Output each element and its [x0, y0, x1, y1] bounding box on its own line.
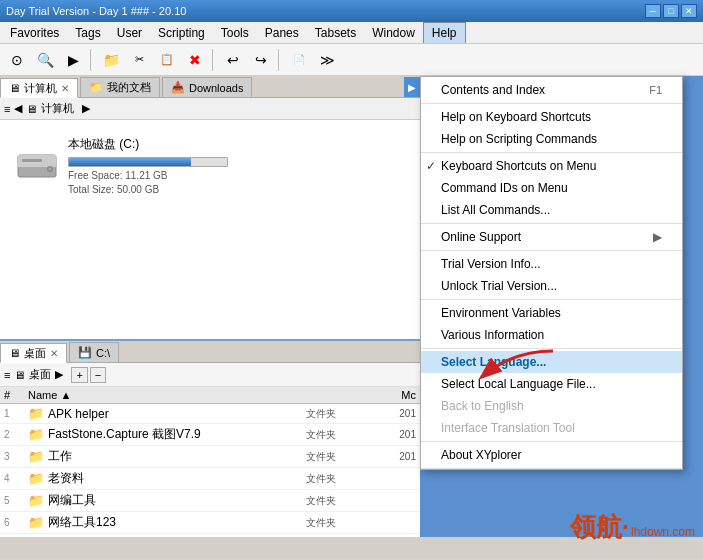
table-row[interactable]: 6 📁 网络工具123 文件夹	[0, 512, 420, 534]
toolbar-delete-btn[interactable]: ✖	[182, 47, 208, 73]
tab-add-button[interactable]: ▶	[404, 77, 420, 97]
menu-help[interactable]: Help	[423, 22, 466, 43]
lower-toolbar: ≡ 🖥 桌面 ▶ + −	[0, 363, 420, 387]
menu-tools[interactable]: Tools	[213, 22, 257, 43]
watermark-brand: 领航·	[570, 510, 629, 545]
row-type: 文件夹	[306, 516, 356, 530]
help-about-item[interactable]: About XYplorer	[421, 444, 682, 466]
menu-scripting[interactable]: Scripting	[150, 22, 213, 43]
lower-section: 🖥 桌面 ✕ 💾 C:\ ≡ 🖥 桌面 ▶ + −	[0, 341, 420, 537]
help-section-4: Online Support ▶	[421, 224, 682, 251]
row-date: 201	[356, 451, 416, 462]
menu-user[interactable]: User	[109, 22, 150, 43]
toolbar: ⊙ 🔍 ▶ 📁 ✂ 📋 ✖ ↩ ↪ 📄 ≫	[0, 44, 703, 76]
toolbar-cut-btn[interactable]: ✂	[126, 47, 152, 73]
toolbar-redo-btn[interactable]: ↪	[248, 47, 274, 73]
drive-total-size: Total Size: 50.00 GB	[68, 184, 404, 195]
help-section-5: Trial Version Info... Unlock Trial Versi…	[421, 251, 682, 300]
help-shortcuts-menu-item[interactable]: Keyboard Shortcuts on Menu	[421, 155, 682, 177]
row-type: 文件夹	[306, 472, 356, 486]
lower-computer-icon: 🖥	[14, 369, 25, 381]
row-num: 5	[4, 495, 28, 506]
help-trialinfo-label: Trial Version Info...	[441, 257, 541, 271]
watermark-site: lhdown.com	[631, 525, 695, 539]
toolbar-undo-btn[interactable]: ↩	[220, 47, 246, 73]
nav-back-icon[interactable]: ◀	[14, 102, 22, 115]
lower-menu-icon: ≡	[4, 369, 10, 381]
help-keyboard-item[interactable]: Help on Keyboard Shortcuts	[421, 106, 682, 128]
watermark-area: 领航· lhdown.com	[570, 510, 695, 545]
help-scripting-item[interactable]: Help on Scripting Commands	[421, 128, 682, 150]
upper-address-bar: ≡ ◀ 🖥 计算机 ▶	[0, 98, 420, 120]
lower-address-label: 桌面	[29, 367, 51, 382]
menu-tags[interactable]: Tags	[67, 22, 108, 43]
drive-bar-background	[68, 157, 228, 167]
tab-c-drive[interactable]: 💾 C:\	[69, 342, 119, 362]
close-button[interactable]: ✕	[681, 4, 697, 18]
help-envvars-item[interactable]: Environment Variables	[421, 302, 682, 324]
title-bar: Day Trial Version - Day 1 ### - 20.10 ─ …	[0, 0, 703, 22]
address-arrow: ▶	[82, 102, 90, 115]
help-contents-item[interactable]: Contents and Index F1	[421, 79, 682, 101]
help-online-item[interactable]: Online Support ▶	[421, 226, 682, 248]
toolbar-misc-btn[interactable]: 📄	[286, 47, 312, 73]
toolbar-search-btn[interactable]: 🔍	[32, 47, 58, 73]
tab-computer-close[interactable]: ✕	[61, 83, 69, 94]
lower-arrow-icon: ▶	[55, 368, 63, 381]
drive-icon	[16, 149, 58, 183]
row-num: 2	[4, 429, 28, 440]
minimize-button[interactable]: ─	[645, 4, 661, 18]
tab-downloads[interactable]: 📥 Downloads	[162, 77, 252, 97]
toolbar-sep-1	[90, 49, 94, 71]
help-localfile-item[interactable]: Select Local Language File...	[421, 373, 682, 395]
window-controls: ─ □ ✕	[645, 4, 697, 18]
drive-bar-fill	[69, 158, 191, 166]
row-name: 网络工具123	[48, 514, 306, 531]
toolbar-target-btn[interactable]: ⊙	[4, 47, 30, 73]
table-row[interactable]: 4 📁 老资料 文件夹	[0, 468, 420, 490]
nav-minus[interactable]: −	[90, 367, 106, 383]
upper-section: 🖥 计算机 ✕ 📁 我的文档 📥 Downloads ▶ ≡	[0, 76, 420, 341]
table-row[interactable]: 3 📁 工作 文件夹 201	[0, 446, 420, 468]
tab-mydocs[interactable]: 📁 我的文档	[80, 77, 160, 97]
help-unlock-item[interactable]: Unlock Trial Version...	[421, 275, 682, 297]
help-translation-item: Interface Translation Tool	[421, 417, 682, 439]
tab-desktop[interactable]: 🖥 桌面 ✕	[0, 343, 67, 363]
help-listcommands-item[interactable]: List All Commands...	[421, 199, 682, 221]
table-row[interactable]: 1 📁 APK helper 文件夹 201	[0, 404, 420, 424]
help-varinfo-label: Various Information	[441, 328, 544, 342]
toolbar-play-btn[interactable]: ▶	[60, 47, 86, 73]
menu-window[interactable]: Window	[364, 22, 423, 43]
help-section-6: Environment Variables Various Informatio…	[421, 300, 682, 349]
help-about-label: About XYplorer	[441, 448, 522, 462]
toolbar-expand-btn[interactable]: ≫	[314, 47, 340, 73]
help-backenglish-item: Back to English	[421, 395, 682, 417]
menu-tabsets[interactable]: Tabsets	[307, 22, 364, 43]
table-row[interactable]: 5 📁 网编工具 文件夹	[0, 490, 420, 512]
tab-desktop-close[interactable]: ✕	[50, 348, 58, 359]
help-commandids-item[interactable]: Command IDs on Menu	[421, 177, 682, 199]
row-type: 文件夹	[306, 450, 356, 464]
toolbar-copy-btn[interactable]: 📋	[154, 47, 180, 73]
help-selectlang-item[interactable]: Select Language...	[421, 351, 682, 373]
address-path: 计算机	[41, 101, 74, 116]
toolbar-folder-btn[interactable]: 📁	[98, 47, 124, 73]
menu-panes[interactable]: Panes	[257, 22, 307, 43]
row-num: 6	[4, 517, 28, 528]
lower-tab-bar: 🖥 桌面 ✕ 💾 C:\	[0, 341, 420, 363]
help-varinfo-item[interactable]: Various Information	[421, 324, 682, 346]
nav-plus[interactable]: +	[71, 367, 87, 383]
folder-icon: 📁	[28, 515, 44, 530]
menu-favorites[interactable]: Favorites	[2, 22, 67, 43]
folder-icon: 📁	[28, 427, 44, 442]
table-row[interactable]: 2 📁 FastStone.Capture 截图V7.9 文件夹 201	[0, 424, 420, 446]
submenu-arrow: ▶	[653, 230, 662, 244]
maximize-button[interactable]: □	[663, 4, 679, 18]
drive-item-c[interactable]: 本地磁盘 (C:) Free Space: 11.21 GB Total Siz…	[8, 128, 412, 203]
address-computer-icon: 🖥	[26, 103, 37, 115]
tab-computer[interactable]: 🖥 计算机 ✕	[0, 78, 78, 98]
tab-computer-label: 计算机	[24, 81, 57, 96]
help-dropdown: Contents and Index F1 Help on Keyboard S…	[420, 76, 683, 470]
row-name: 老资料	[48, 470, 306, 487]
help-trialinfo-item[interactable]: Trial Version Info...	[421, 253, 682, 275]
